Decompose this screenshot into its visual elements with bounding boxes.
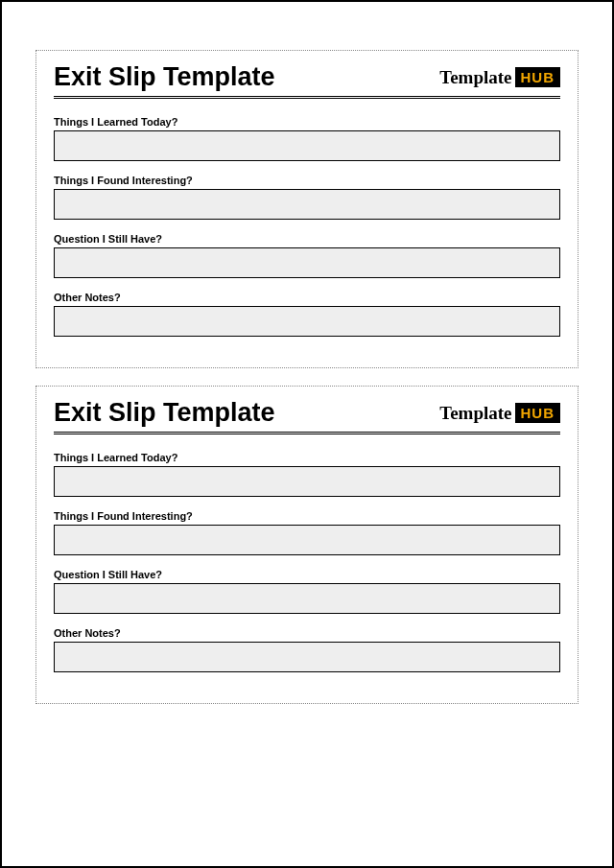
field-learned-today: Things I Learned Today? xyxy=(54,116,560,161)
field-question-still-have: Question I Still Have? xyxy=(54,569,560,614)
field-input-question[interactable] xyxy=(54,583,560,614)
field-label: Things I Found Interesting? xyxy=(54,510,560,522)
field-input-learned-today[interactable] xyxy=(54,466,560,497)
exit-slip-1: Exit Slip Template Template HUB Things I… xyxy=(35,50,579,368)
field-other-notes: Other Notes? xyxy=(54,292,560,337)
field-label: Things I Learned Today? xyxy=(54,452,560,463)
slip-title: Exit Slip Template xyxy=(54,62,275,92)
field-question-still-have: Question I Still Have? xyxy=(54,233,560,278)
field-input-found-interesting[interactable] xyxy=(54,189,560,220)
slip-header: Exit Slip Template Template HUB xyxy=(54,398,560,434)
field-input-found-interesting[interactable] xyxy=(54,525,560,555)
field-label: Things I Learned Today? xyxy=(54,116,560,128)
field-input-learned-today[interactable] xyxy=(54,130,560,161)
logo: Template HUB xyxy=(439,403,560,424)
slip-title: Exit Slip Template xyxy=(54,398,275,428)
logo-hub-badge: HUB xyxy=(515,67,561,87)
field-label: Things I Found Interesting? xyxy=(54,175,560,186)
field-input-other-notes[interactable] xyxy=(54,642,560,672)
field-label: Other Notes? xyxy=(54,627,560,639)
exit-slip-2: Exit Slip Template Template HUB Things I… xyxy=(35,386,579,704)
logo-template-text: Template xyxy=(439,67,511,88)
field-label: Question I Still Have? xyxy=(54,569,560,580)
logo: Template HUB xyxy=(439,67,560,88)
field-learned-today: Things I Learned Today? xyxy=(54,452,560,497)
field-other-notes: Other Notes? xyxy=(54,627,560,672)
field-found-interesting: Things I Found Interesting? xyxy=(54,175,560,220)
logo-template-text: Template xyxy=(439,403,511,424)
logo-hub-badge: HUB xyxy=(515,403,561,423)
slip-header: Exit Slip Template Template HUB xyxy=(54,62,560,99)
field-label: Question I Still Have? xyxy=(54,233,560,245)
field-found-interesting: Things I Found Interesting? xyxy=(54,510,560,555)
field-input-other-notes[interactable] xyxy=(54,306,560,337)
field-label: Other Notes? xyxy=(54,292,560,303)
field-input-question[interactable] xyxy=(54,247,560,278)
